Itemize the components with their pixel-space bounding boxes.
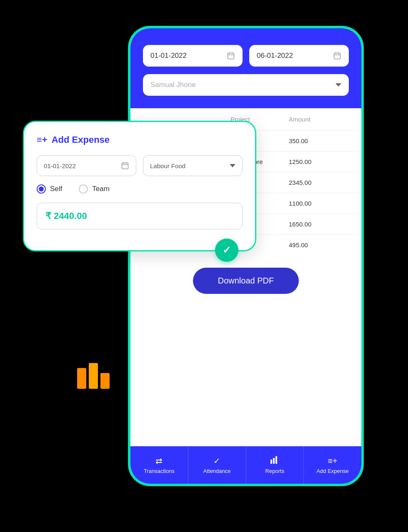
expense-card-header: ≡+ Add Expense <box>37 134 243 145</box>
radio-self[interactable]: Self <box>37 184 62 194</box>
nav-transactions-label: Transactions <box>144 468 175 474</box>
start-date-value: 01-01-2022 <box>150 52 187 60</box>
end-date-value: 06-01-2022 <box>257 52 293 60</box>
person-name: Samual Jhone <box>150 81 196 89</box>
svg-rect-8 <box>270 460 272 464</box>
person-dropdown[interactable]: Samual Jhone <box>143 74 349 96</box>
chevron-down-icon <box>335 83 341 87</box>
svg-rect-14 <box>122 163 128 169</box>
nav-reports[interactable]: Reports <box>246 446 304 484</box>
reports-icon <box>270 456 279 466</box>
radio-self-circle[interactable] <box>37 184 46 194</box>
svg-rect-13 <box>100 373 110 389</box>
nav-transactions[interactable]: ⇄ Transactions <box>130 446 188 484</box>
expense-radio-row: Self Team <box>37 184 243 194</box>
expense-date-field[interactable]: 01-01-2022 <box>37 155 136 176</box>
radio-team[interactable]: Team <box>79 184 110 194</box>
row-amount: 495.00 <box>289 241 308 249</box>
add-expense-icon: ≡+ <box>328 456 337 466</box>
expense-card-title-text: Add Expense <box>52 134 110 145</box>
col-header-amount: Amount <box>289 116 310 123</box>
end-date-calendar-icon <box>333 52 341 60</box>
expense-type-value: Labour Food <box>150 162 185 169</box>
expense-date-value: 01-01-2022 <box>44 162 76 169</box>
main-phone: 01-01-2022 06-01-2022 <box>129 27 363 485</box>
row-amount: 1650.00 <box>289 221 311 228</box>
expense-type-chevron-icon <box>230 164 235 167</box>
row-amount: 1250.00 <box>289 158 311 165</box>
expense-type-dropdown[interactable]: Labour Food <box>143 155 243 176</box>
svg-rect-4 <box>334 53 340 59</box>
start-date-input[interactable]: 01-01-2022 <box>143 45 243 67</box>
nav-add-expense-label: Add Expense <box>316 468 348 474</box>
svg-rect-0 <box>228 53 234 59</box>
row-amount: 1100.00 <box>289 200 311 207</box>
amount-input[interactable] <box>37 203 243 229</box>
bottom-nav: ⇄ Transactions ✓ Attendance Reports ≡+ <box>130 446 361 484</box>
download-btn-container: Download PDF <box>130 255 361 306</box>
nav-add-expense[interactable]: ≡+ Add Expense <box>304 446 361 484</box>
add-expense-title-icon: ≡+ <box>37 134 48 145</box>
phone-header: 01-01-2022 06-01-2022 <box>130 28 361 108</box>
svg-rect-10 <box>275 456 277 464</box>
confirm-expense-button[interactable] <box>215 239 238 262</box>
row-amount: 2345.00 <box>289 179 311 186</box>
svg-rect-11 <box>77 368 86 389</box>
nav-attendance-label: Attendance <box>203 468 231 474</box>
start-date-calendar-icon <box>227 52 235 60</box>
radio-self-label: Self <box>50 185 62 193</box>
radio-team-circle[interactable] <box>79 184 88 194</box>
expense-form-row-1: 01-01-2022 Labour Food <box>37 155 243 176</box>
bar-chart-decoration <box>77 360 115 390</box>
attendance-icon: ✓ <box>213 456 220 466</box>
svg-rect-9 <box>273 458 275 464</box>
svg-rect-12 <box>89 363 98 389</box>
download-pdf-button[interactable]: Download PDF <box>193 268 299 294</box>
add-expense-card: ≡+ Add Expense 01-01-2022 Labour Food <box>23 121 256 251</box>
date-row: 01-01-2022 06-01-2022 <box>143 45 349 67</box>
expense-calendar-icon <box>121 162 129 170</box>
end-date-input[interactable]: 06-01-2022 <box>249 45 349 67</box>
radio-team-label: Team <box>92 185 110 193</box>
row-amount: 350.00 <box>289 137 308 144</box>
nav-reports-label: Reports <box>265 468 285 474</box>
nav-attendance[interactable]: ✓ Attendance <box>188 446 246 484</box>
transactions-icon: ⇄ <box>155 456 163 466</box>
